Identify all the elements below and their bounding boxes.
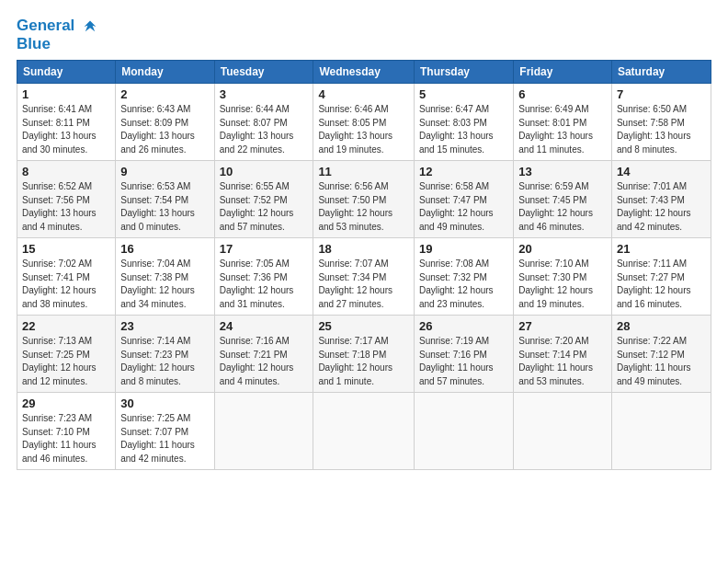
- day-number: 9: [120, 165, 209, 178]
- day-cell-3: 3Sunrise: 6:44 AMSunset: 8:07 PMDaylight…: [214, 84, 313, 161]
- day-info: Sunrise: 6:50 AMSunset: 7:58 PMDaylight:…: [617, 104, 691, 155]
- day-info: Sunrise: 7:04 AMSunset: 7:38 PMDaylight:…: [120, 259, 195, 309]
- day-number: 3: [220, 87, 309, 101]
- day-info: Sunrise: 7:08 AMSunset: 7:32 PMDaylight:…: [419, 259, 494, 309]
- day-cell-17: 17Sunrise: 7:05 AMSunset: 7:36 PMDayligh…: [214, 238, 313, 316]
- day-number: 1: [22, 87, 110, 101]
- day-cell-7: 7Sunrise: 6:50 AMSunset: 7:58 PMDaylight…: [611, 84, 711, 161]
- day-info: Sunrise: 7:11 AMSunset: 7:27 PMDaylight:…: [617, 259, 691, 309]
- day-number: 16: [120, 242, 209, 256]
- day-cell-29: 29Sunrise: 7:23 AMSunset: 7:10 PMDayligh…: [17, 393, 116, 470]
- day-cell-26: 26Sunrise: 7:19 AMSunset: 7:16 PMDayligh…: [414, 316, 513, 393]
- day-info: Sunrise: 6:55 AMSunset: 7:52 PMDaylight:…: [220, 181, 294, 232]
- day-cell-8: 8Sunrise: 6:52 AMSunset: 7:56 PMDaylight…: [17, 161, 116, 238]
- day-info: Sunrise: 7:01 AMSunset: 7:43 PMDaylight:…: [617, 181, 691, 232]
- day-number: 11: [318, 165, 409, 178]
- day-cell-15: 15Sunrise: 7:02 AMSunset: 7:41 PMDayligh…: [17, 238, 116, 316]
- day-info: Sunrise: 7:19 AMSunset: 7:16 PMDaylight:…: [419, 336, 494, 386]
- day-cell-2: 2Sunrise: 6:43 AMSunset: 8:09 PMDaylight…: [116, 84, 214, 161]
- logo-bird-icon: [80, 18, 100, 35]
- day-info: Sunrise: 6:59 AMSunset: 7:45 PMDaylight:…: [518, 181, 593, 232]
- day-cell-20: 20Sunrise: 7:10 AMSunset: 7:30 PMDayligh…: [514, 238, 612, 316]
- day-number: 15: [22, 242, 110, 256]
- day-number: 30: [120, 396, 209, 410]
- day-number: 24: [220, 319, 309, 333]
- day-info: Sunrise: 7:16 AMSunset: 7:21 PMDaylight:…: [220, 336, 294, 386]
- day-number: 2: [120, 87, 209, 101]
- day-cell-9: 9Sunrise: 6:53 AMSunset: 7:54 PMDaylight…: [116, 161, 214, 238]
- page: General Blue Sunday Monday Tuesday Wedne…: [0, 0, 728, 479]
- day-number: 8: [22, 165, 110, 178]
- day-cell-23: 23Sunrise: 7:14 AMSunset: 7:23 PMDayligh…: [116, 316, 214, 393]
- day-number: 25: [318, 319, 409, 333]
- day-cell-1: 1Sunrise: 6:41 AMSunset: 8:11 PMDaylight…: [17, 84, 116, 161]
- day-cell-28: 28Sunrise: 7:22 AMSunset: 7:12 PMDayligh…: [611, 316, 711, 393]
- week-row-2: 8Sunrise: 6:52 AMSunset: 7:56 PMDaylight…: [17, 161, 711, 238]
- day-info: Sunrise: 6:44 AMSunset: 8:07 PMDaylight:…: [220, 104, 294, 155]
- day-number: 13: [518, 165, 607, 178]
- day-cell-24: 24Sunrise: 7:16 AMSunset: 7:21 PMDayligh…: [214, 316, 313, 393]
- week-row-3: 15Sunrise: 7:02 AMSunset: 7:41 PMDayligh…: [17, 238, 711, 316]
- day-info: Sunrise: 7:14 AMSunset: 7:23 PMDaylight:…: [120, 336, 195, 386]
- day-cell-25: 25Sunrise: 7:17 AMSunset: 7:18 PMDayligh…: [313, 316, 415, 393]
- day-info: Sunrise: 6:53 AMSunset: 7:54 PMDaylight:…: [120, 181, 195, 232]
- day-cell-22: 22Sunrise: 7:13 AMSunset: 7:25 PMDayligh…: [17, 316, 116, 393]
- empty-cell: [414, 393, 513, 470]
- day-cell-6: 6Sunrise: 6:49 AMSunset: 8:01 PMDaylight…: [514, 84, 612, 161]
- col-thursday: Thursday: [414, 61, 513, 84]
- empty-cell: [514, 393, 612, 470]
- day-number: 7: [617, 87, 706, 101]
- day-info: Sunrise: 6:41 AMSunset: 8:11 PMDaylight:…: [22, 104, 97, 155]
- logo-text: General: [17, 17, 101, 35]
- day-cell-13: 13Sunrise: 6:59 AMSunset: 7:45 PMDayligh…: [514, 161, 612, 238]
- logo: General Blue: [17, 17, 101, 52]
- col-sunday: Sunday: [17, 61, 116, 84]
- day-info: Sunrise: 7:10 AMSunset: 7:30 PMDaylight:…: [518, 259, 593, 309]
- day-number: 21: [617, 242, 706, 256]
- day-number: 19: [419, 242, 508, 256]
- day-cell-19: 19Sunrise: 7:08 AMSunset: 7:32 PMDayligh…: [414, 238, 513, 316]
- day-info: Sunrise: 7:05 AMSunset: 7:36 PMDaylight:…: [220, 259, 294, 309]
- day-cell-10: 10Sunrise: 6:55 AMSunset: 7:52 PMDayligh…: [214, 161, 313, 238]
- day-cell-11: 11Sunrise: 6:56 AMSunset: 7:50 PMDayligh…: [313, 161, 415, 238]
- col-wednesday: Wednesday: [313, 61, 415, 84]
- week-row-1: 1Sunrise: 6:41 AMSunset: 8:11 PMDaylight…: [17, 84, 711, 161]
- day-info: Sunrise: 6:58 AMSunset: 7:47 PMDaylight:…: [419, 181, 494, 232]
- day-info: Sunrise: 6:49 AMSunset: 8:01 PMDaylight:…: [518, 104, 593, 155]
- day-info: Sunrise: 7:02 AMSunset: 7:41 PMDaylight:…: [22, 259, 97, 309]
- header: General Blue: [17, 17, 711, 52]
- day-number: 6: [518, 87, 607, 101]
- day-number: 29: [22, 396, 110, 410]
- day-number: 12: [419, 165, 508, 178]
- col-tuesday: Tuesday: [214, 61, 313, 84]
- day-number: 14: [617, 165, 706, 178]
- logo-blue: Blue: [17, 35, 101, 53]
- day-cell-14: 14Sunrise: 7:01 AMSunset: 7:43 PMDayligh…: [611, 161, 711, 238]
- day-cell-30: 30Sunrise: 7:25 AMSunset: 7:07 PMDayligh…: [116, 393, 214, 470]
- day-info: Sunrise: 6:43 AMSunset: 8:09 PMDaylight:…: [120, 104, 195, 155]
- day-number: 10: [220, 165, 309, 178]
- day-cell-21: 21Sunrise: 7:11 AMSunset: 7:27 PMDayligh…: [611, 238, 711, 316]
- day-info: Sunrise: 6:52 AMSunset: 7:56 PMDaylight:…: [22, 181, 97, 232]
- day-cell-16: 16Sunrise: 7:04 AMSunset: 7:38 PMDayligh…: [116, 238, 214, 316]
- col-saturday: Saturday: [611, 61, 711, 84]
- day-info: Sunrise: 7:13 AMSunset: 7:25 PMDaylight:…: [22, 336, 97, 386]
- day-info: Sunrise: 6:47 AMSunset: 8:03 PMDaylight:…: [419, 104, 494, 155]
- empty-cell: [313, 393, 415, 470]
- empty-cell: [611, 393, 711, 470]
- logo-general: General: [17, 17, 74, 34]
- day-info: Sunrise: 6:46 AMSunset: 8:05 PMDaylight:…: [318, 104, 392, 155]
- day-cell-5: 5Sunrise: 6:47 AMSunset: 8:03 PMDaylight…: [414, 84, 513, 161]
- col-friday: Friday: [514, 61, 612, 84]
- day-info: Sunrise: 7:25 AMSunset: 7:07 PMDaylight:…: [120, 413, 195, 464]
- day-number: 28: [617, 319, 706, 333]
- day-info: Sunrise: 7:20 AMSunset: 7:14 PMDaylight:…: [518, 336, 593, 386]
- day-cell-18: 18Sunrise: 7:07 AMSunset: 7:34 PMDayligh…: [313, 238, 415, 316]
- calendar-table: Sunday Monday Tuesday Wednesday Thursday…: [17, 60, 711, 470]
- week-row-5: 29Sunrise: 7:23 AMSunset: 7:10 PMDayligh…: [17, 393, 711, 470]
- svg-marker-0: [85, 20, 97, 31]
- day-info: Sunrise: 7:23 AMSunset: 7:10 PMDaylight:…: [22, 413, 97, 464]
- day-number: 23: [120, 319, 209, 333]
- header-row: Sunday Monday Tuesday Wednesday Thursday…: [17, 61, 711, 84]
- day-number: 26: [419, 319, 508, 333]
